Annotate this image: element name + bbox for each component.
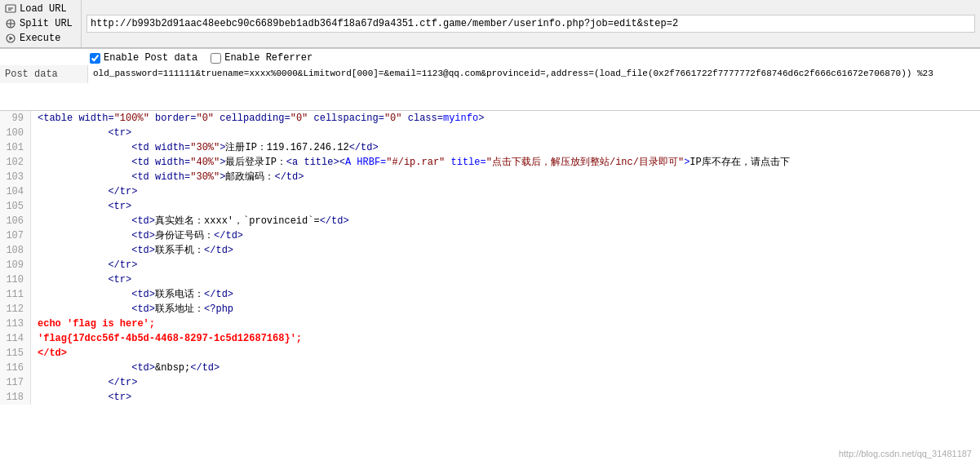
url-input[interactable] <box>86 15 975 33</box>
enable-referrer-label: Enable Referrer <box>224 52 313 64</box>
code-line: 103 <td width="30%">邮政编码：</td> <box>0 170 980 184</box>
line-number: 100 <box>0 126 31 140</box>
line-content: <td>&nbsp;</td> <box>31 361 980 375</box>
code-line: 115</td> <box>0 346 980 361</box>
post-data-input[interactable]: old_password=111111&truename=xxxx%0000&L… <box>88 65 980 110</box>
post-section: Enable Post data Enable Referrer Post da… <box>0 49 980 111</box>
code-line: 106 <td>真实姓名：xxxx'，`provinceid`=</td> <box>0 214 980 228</box>
line-content: <td>联系地址：<?php <box>31 302 980 317</box>
line-content: </tr> <box>31 258 980 272</box>
code-line: 105 <tr> <box>0 199 980 214</box>
line-content: 'flag{17dcc56f-4b5d-4468-8297-1c5d126871… <box>31 331 980 346</box>
code-line: 111 <td>联系电话：</td> <box>0 287 980 302</box>
line-number: 103 <box>0 170 31 184</box>
line-content: <td>联系电话：</td> <box>31 287 980 302</box>
line-content: </tr> <box>31 375 980 390</box>
line-content: <td width="30%">注册IP：119.167.246.12</td> <box>31 140 980 155</box>
code-line: 108 <td>联系手机：</td> <box>0 243 980 258</box>
line-number: 113 <box>0 317 31 331</box>
execute-icon <box>5 33 16 44</box>
line-content: <td>身份证号码：</td> <box>31 228 980 243</box>
line-content: <td>真实姓名：xxxx'，`provinceid`=</td> <box>31 214 980 228</box>
line-number: 114 <box>0 331 31 346</box>
line-number: 101 <box>0 140 31 155</box>
svg-marker-7 <box>10 37 14 41</box>
line-content: <tr> <box>31 126 980 140</box>
enable-post-label: Enable Post data <box>104 52 197 64</box>
load-url-label: Load URL <box>20 3 67 15</box>
line-content: <td width="40%">最后登录IP：<a title><A HRBF=… <box>31 155 980 170</box>
line-content: <td width="30%">邮政编码：</td> <box>31 170 980 184</box>
line-number: 115 <box>0 346 31 361</box>
code-line: 117 </tr> <box>0 375 980 390</box>
line-number: 105 <box>0 199 31 214</box>
post-data-label: Post data <box>0 65 88 83</box>
post-data-row: Post data old_password=111111&truename=x… <box>0 65 980 110</box>
toolbar: Load URL Split URL <box>0 0 980 49</box>
code-line: 113echo 'flag is here'; <box>0 317 980 331</box>
line-number: 106 <box>0 214 31 228</box>
line-number: 111 <box>0 287 31 302</box>
line-number: 107 <box>0 228 31 243</box>
line-number: 116 <box>0 361 31 375</box>
code-line: 102 <td width="40%">最后登录IP：<a title><A H… <box>0 155 980 170</box>
code-line: 100 <tr> <box>0 126 980 140</box>
line-number: 102 <box>0 155 31 170</box>
line-number: 104 <box>0 184 31 199</box>
code-line: 107 <td>身份证号码：</td> <box>0 228 980 243</box>
post-checkboxes: Enable Post data Enable Referrer <box>0 49 980 65</box>
execute-label: Execute <box>20 33 60 44</box>
line-number: 99 <box>0 111 31 126</box>
line-content: <tr> <box>31 272 980 287</box>
code-line: 110 <tr> <box>0 272 980 287</box>
split-url-icon <box>5 18 16 29</box>
toolbar-url-row <box>82 0 980 47</box>
code-line: 109 </tr> <box>0 258 980 272</box>
code-line: 99<table width="100%" border="0" cellpad… <box>0 111 980 126</box>
split-url-label: Split URL <box>20 18 73 29</box>
code-line: 116 <td>&nbsp;</td> <box>0 361 980 375</box>
line-content: <tr> <box>31 199 980 214</box>
execute-button[interactable]: Execute <box>0 31 81 46</box>
code-line: 118 <tr> <box>0 390 980 405</box>
enable-referrer-checkbox[interactable] <box>211 53 221 64</box>
line-content: </td> <box>31 346 980 361</box>
split-url-button[interactable]: Split URL <box>0 16 81 31</box>
line-number: 117 <box>0 375 31 390</box>
line-number: 110 <box>0 272 31 287</box>
line-number: 112 <box>0 302 31 317</box>
line-number: 118 <box>0 390 31 405</box>
line-content: </tr> <box>31 184 980 199</box>
enable-post-checkbox-label[interactable]: Enable Post data <box>90 52 197 64</box>
enable-post-checkbox[interactable] <box>90 53 100 64</box>
enable-referrer-checkbox-label[interactable]: Enable Referrer <box>211 52 313 64</box>
line-content: <td>联系手机：</td> <box>31 243 980 258</box>
code-line: 104 </tr> <box>0 184 980 199</box>
code-line: 101 <td width="30%">注册IP：119.167.246.12<… <box>0 140 980 155</box>
line-content: echo 'flag is here'; <box>31 317 980 331</box>
code-line: 112 <td>联系地址：<?php <box>0 302 980 317</box>
toolbar-left: Load URL Split URL <box>0 0 82 47</box>
line-number: 108 <box>0 243 31 258</box>
line-content: <tr> <box>31 390 980 405</box>
load-url-button[interactable]: Load URL <box>0 2 81 16</box>
code-view: 99<table width="100%" border="0" cellpad… <box>0 111 980 405</box>
line-number: 109 <box>0 258 31 272</box>
load-url-icon <box>5 3 16 15</box>
code-line: 114'flag{17dcc56f-4b5d-4468-8297-1c5d126… <box>0 331 980 346</box>
line-content: <table width="100%" border="0" cellpaddi… <box>31 111 980 126</box>
